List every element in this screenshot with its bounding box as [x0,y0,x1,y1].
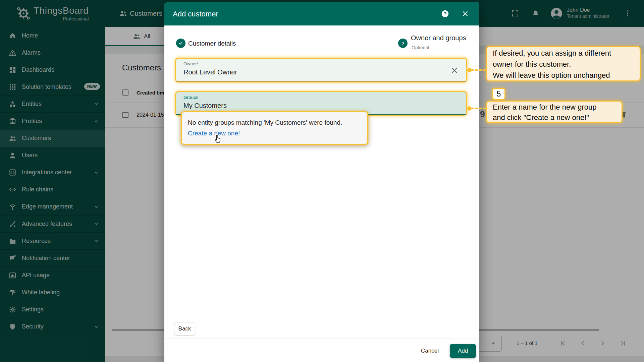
step2-label[interactable]: Owner and groups [411,34,466,42]
help-icon[interactable]: ? [441,9,449,18]
step-number-badge: 5 [492,88,505,100]
dialog-header: Add customer ? [164,2,479,25]
cancel-button[interactable]: Cancel [418,345,441,357]
svg-text:?: ? [444,11,447,16]
add-button[interactable]: Add [450,344,476,358]
screen: ThingsBoard Professional Home Alarms Das… [0,0,644,362]
add-customer-dialog: Add customer ? Customer details 2 Owner … [164,2,479,362]
no-groups-message: No entity groups matching 'My Customers'… [188,119,342,126]
back-button[interactable]: Back [174,322,195,336]
owner-field-label: Owner* [183,61,199,66]
close-icon[interactable] [461,10,469,18]
step2-indicator[interactable]: 2 [398,39,408,48]
owner-field[interactable]: Owner* Root Level Owner [175,58,467,82]
groups-field-label: Groups [183,95,198,100]
step1-indicator[interactable] [176,39,185,48]
clear-icon[interactable] [450,66,459,75]
step1-label[interactable]: Customer details [188,40,236,47]
dialog-footer-divider [164,339,479,339]
dialog-title: Add customer [173,10,218,18]
create-new-group-link[interactable]: Create a new one! [188,130,240,137]
check-icon [178,41,183,46]
owner-annotation: If desired, you can assign a different o… [486,46,641,81]
stepper-connector [241,43,396,43]
groups-connector-dash [471,108,486,109]
owner-connector-dash [471,69,486,71]
step2-sublabel: Optional [412,45,429,50]
group-annotation: Enter a name for the new group and click… [486,101,623,123]
owner-field-value[interactable]: Root Level Owner [183,68,237,76]
groups-field-value[interactable]: My Customers [183,102,227,110]
groups-autocomplete-panel: No entity groups matching 'My Customers'… [181,111,368,145]
